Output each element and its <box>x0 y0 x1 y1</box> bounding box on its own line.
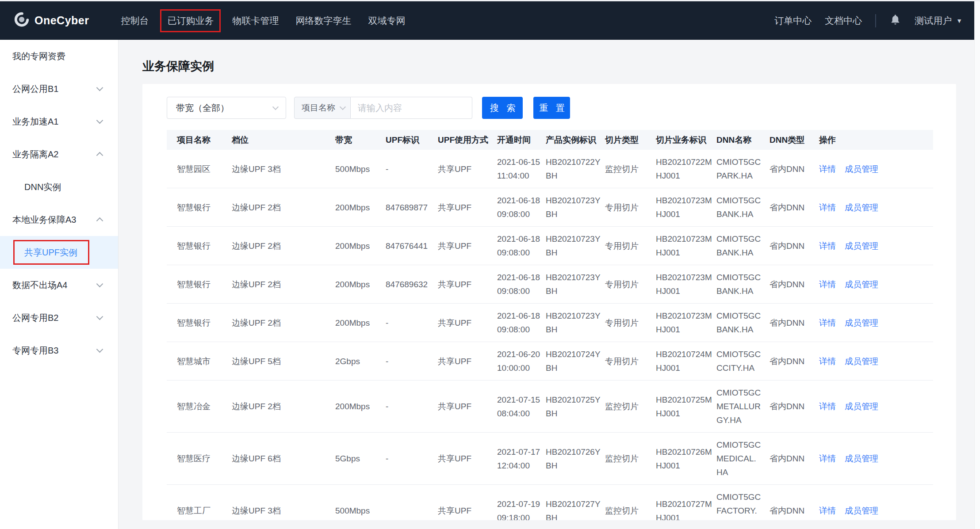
cell-upf-id: - <box>386 433 438 485</box>
user-menu[interactable]: 测试用户 ▼ <box>915 15 962 27</box>
nav-item-dual-domain-network[interactable]: 双域专网 <box>367 10 406 31</box>
nav-divider <box>875 14 876 27</box>
notification-bell-icon[interactable] <box>889 13 901 28</box>
order-center-link[interactable]: 订单中心 <box>774 15 812 27</box>
column-header: UPF使用方式 <box>438 130 497 150</box>
member-manage-link[interactable]: 成员管理 <box>845 357 878 366</box>
cell-upf-id: - <box>386 150 438 188</box>
nav-item-iot-card-management[interactable]: 物联卡管理 <box>231 10 279 31</box>
detail-link[interactable]: 详情 <box>819 357 836 366</box>
detail-link[interactable]: 详情 <box>819 280 836 289</box>
reset-button[interactable]: 重 置 <box>533 97 570 119</box>
sidebar-item-isolation-a2[interactable]: 业务隔离A2 <box>0 138 118 171</box>
logo-swirl-icon <box>13 11 30 30</box>
sidebar-item-my-network-fees[interactable]: 我的专网资费 <box>0 40 118 72</box>
field-select[interactable]: 项目名称 <box>294 97 351 119</box>
cell-slice-biz-id: HB20210726M HJ001 <box>656 433 716 485</box>
search-button[interactable]: 搜 索 <box>482 97 523 119</box>
detail-link[interactable]: 详情 <box>819 318 836 327</box>
chevron-down-icon <box>96 84 103 91</box>
cell-project: 智慧银行 <box>167 227 232 265</box>
bandwidth-select[interactable]: 带宽（全部） <box>167 97 286 119</box>
cell-product-id: HB20210722Y BH <box>546 150 605 188</box>
sidebar-item-public-b1[interactable]: 公网公用B1 <box>0 72 118 105</box>
cell-slice-biz-id: HB20210724M HJ001 <box>656 342 716 381</box>
sidebar-item-shared-upf-instance[interactable]: 共享UPF实例 <box>0 236 118 269</box>
nav-item-console[interactable]: 控制台 <box>120 10 149 31</box>
sidebar-item-local-guarantee-a3[interactable]: 本地业务保障A3 <box>0 203 118 236</box>
sidebar-item-label: 业务加速A1 <box>12 116 58 128</box>
detail-link[interactable]: 详情 <box>819 203 836 212</box>
instances-table: 项目名称档位带宽UPF标识UPF使用方式开通时间产品实例标识切片类型切片业务标识… <box>167 130 933 520</box>
sidebar-item-label: 我的专网资费 <box>12 50 65 62</box>
member-manage-link[interactable]: 成员管理 <box>845 280 878 289</box>
sidebar-item-private-dedicated-b3[interactable]: 专网专用B3 <box>0 334 118 367</box>
cell-bandwidth: 2Gbps <box>335 342 386 381</box>
table-row: 智慧园区边缘UPF 3档500Mbps-共享UPF2021-06-15 11:0… <box>167 150 933 188</box>
member-manage-link[interactable]: 成员管理 <box>845 241 878 251</box>
nav-item-network-digital-twin[interactable]: 网络数字孪生 <box>295 10 352 31</box>
cell-dnn-type: 省内DNN <box>769 433 819 485</box>
search-input[interactable] <box>351 97 472 119</box>
cell-slice-biz-id: HB20210723M HJ001 <box>656 227 716 265</box>
detail-link[interactable]: 详情 <box>819 454 836 463</box>
onecyber-logo[interactable]: OneCyber <box>13 11 89 30</box>
cell-product-id: HB20210723Y BH <box>546 265 605 304</box>
cell-dnn-type: 省内DNN <box>769 188 819 227</box>
cell-upf-id: - <box>386 342 438 381</box>
cell-product-id: HB20210723Y BH <box>546 304 605 342</box>
column-header: DNN类型 <box>769 130 819 150</box>
nav-item-subscribed-services[interactable]: 已订购业务 <box>160 9 221 32</box>
table-body: 智慧园区边缘UPF 3档500Mbps-共享UPF2021-06-15 11:0… <box>167 150 933 520</box>
chevron-up-icon <box>96 152 103 159</box>
scrollbar-track[interactable] <box>974 1 980 529</box>
cell-bandwidth: 5Gbps <box>335 433 386 485</box>
column-header: 切片业务标识 <box>656 130 716 150</box>
sidebar-item-dnn-instance[interactable]: DNN实例 <box>0 171 118 203</box>
detail-link[interactable]: 详情 <box>819 241 836 251</box>
column-header: 档位 <box>232 130 335 150</box>
cell-product-id: HB20210726Y BH <box>546 433 605 485</box>
page-title: 业务保障实例 <box>142 57 980 75</box>
cell-upf-mode: 共享UPF <box>438 381 497 433</box>
detail-link[interactable]: 详情 <box>819 506 836 515</box>
sidebar-item-public-dedicated-b2[interactable]: 公网专用B2 <box>0 301 118 334</box>
cell-project: 智慧银行 <box>167 188 232 227</box>
cell-slice-biz-id: HB20210725M HJ001 <box>656 381 716 433</box>
cell-dnn-type: 省内DNN <box>769 381 819 433</box>
chevron-down-icon <box>96 346 103 353</box>
chevron-down-icon <box>272 104 279 110</box>
column-header: UPF标识 <box>386 130 438 150</box>
cell-dnn-name: CMIOT5GC MEDICAL. HA <box>716 433 769 485</box>
sidebar-item-data-no-exit-a4[interactable]: 数据不出场A4 <box>0 269 118 301</box>
table-row: 智慧银行边缘UPF 2档200Mbps-共享UPF2021-06-18 09:0… <box>167 304 933 342</box>
sidebar-item-label: 业务隔离A2 <box>12 148 58 160</box>
column-header: 带宽 <box>335 130 386 150</box>
member-manage-link[interactable]: 成员管理 <box>845 203 878 212</box>
cell-open-time: 2021-06-18 09:08:00 <box>497 265 546 304</box>
doc-center-link[interactable]: 文档中心 <box>825 15 862 27</box>
member-manage-link[interactable]: 成员管理 <box>845 164 878 174</box>
cell-upf-id: 847676441 <box>386 227 438 265</box>
cell-slice-biz-id: HB20210723M HJ001 <box>656 304 716 342</box>
cell-upf-id: 847689632 <box>386 265 438 304</box>
member-manage-link[interactable]: 成员管理 <box>845 402 878 411</box>
cell-tier: 边缘UPF 2档 <box>232 265 335 304</box>
cell-dnn-type: 省内DNN <box>769 150 819 188</box>
detail-link[interactable]: 详情 <box>819 164 836 174</box>
detail-link[interactable]: 详情 <box>819 402 836 411</box>
cell-slice-biz-id: HB20210722M HJ001 <box>656 150 716 188</box>
cell-open-time: 2021-07-15 08:04:00 <box>497 381 546 433</box>
cell-open-time: 2021-06-20 10:00:00 <box>497 342 546 381</box>
cell-upf-mode: 共享UPF <box>438 265 497 304</box>
table-row: 智慧城市边缘UPF 5档2Gbps-共享UPF2021-06-20 10:00:… <box>167 342 933 381</box>
cell-upf-id: - <box>386 304 438 342</box>
member-manage-link[interactable]: 成员管理 <box>845 454 878 463</box>
cell-bandwidth: 200Mbps <box>335 304 386 342</box>
chevron-down-icon <box>96 117 103 124</box>
table-row: 智慧银行边缘UPF 2档200Mbps847689632共享UPF2021-06… <box>167 265 933 304</box>
member-manage-link[interactable]: 成员管理 <box>845 506 878 515</box>
member-manage-link[interactable]: 成员管理 <box>845 318 878 327</box>
cell-actions: 详情成员管理 <box>819 227 933 265</box>
sidebar-item-acceleration-a1[interactable]: 业务加速A1 <box>0 105 118 138</box>
